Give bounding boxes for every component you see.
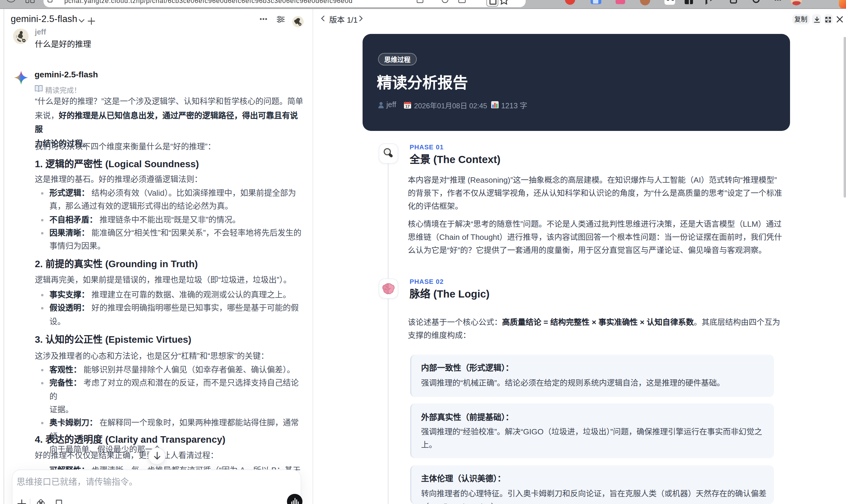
svg-text:17: 17 (406, 104, 410, 108)
